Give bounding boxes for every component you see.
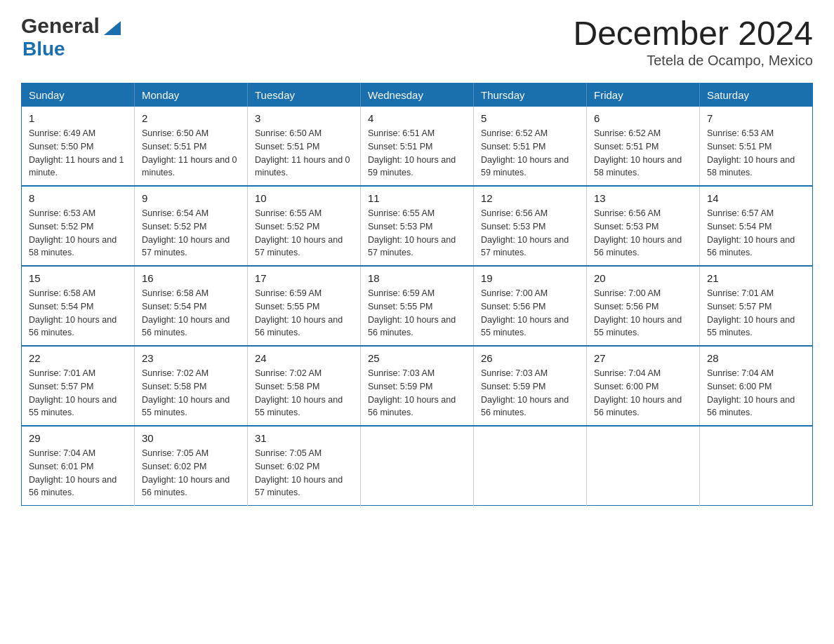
table-row: 2 Sunrise: 6:50 AM Sunset: 5:51 PM Dayli… [135,107,248,186]
calendar-week-row: 8 Sunrise: 6:53 AM Sunset: 5:52 PM Dayli… [22,186,813,266]
table-row: 6 Sunrise: 6:52 AM Sunset: 5:51 PM Dayli… [587,107,700,186]
col-monday: Monday [135,83,248,107]
day-info: Sunrise: 6:52 AM Sunset: 5:51 PM Dayligh… [594,127,692,180]
day-number: 25 [368,352,466,364]
day-number: 15 [29,272,127,284]
col-thursday: Thursday [474,83,587,107]
day-number: 31 [255,432,353,444]
table-row [700,426,813,506]
day-info: Sunrise: 6:54 AM Sunset: 5:52 PM Dayligh… [142,207,240,260]
day-number: 17 [255,272,353,284]
table-row: 27 Sunrise: 7:04 AM Sunset: 6:00 PM Dayl… [587,346,700,426]
day-number: 27 [594,352,692,364]
calendar-week-row: 1 Sunrise: 6:49 AM Sunset: 5:50 PM Dayli… [22,107,813,186]
day-number: 16 [142,272,240,284]
day-number: 18 [368,272,466,284]
table-row: 3 Sunrise: 6:50 AM Sunset: 5:51 PM Dayli… [248,107,361,186]
title-block: December 2024 Tetela de Ocampo, Mexico [573,14,813,69]
table-row: 25 Sunrise: 7:03 AM Sunset: 5:59 PM Dayl… [361,346,474,426]
col-tuesday: Tuesday [248,83,361,107]
table-row [361,426,474,506]
table-row: 18 Sunrise: 6:59 AM Sunset: 5:55 PM Dayl… [361,266,474,346]
calendar-location: Tetela de Ocampo, Mexico [573,53,813,69]
table-row: 5 Sunrise: 6:52 AM Sunset: 5:51 PM Dayli… [474,107,587,186]
day-number: 10 [255,192,353,204]
day-info: Sunrise: 6:49 AM Sunset: 5:50 PM Dayligh… [29,127,127,180]
day-info: Sunrise: 6:58 AM Sunset: 5:54 PM Dayligh… [142,287,240,340]
day-info: Sunrise: 7:02 AM Sunset: 5:58 PM Dayligh… [255,367,353,420]
day-number: 21 [707,272,805,284]
calendar-week-row: 22 Sunrise: 7:01 AM Sunset: 5:57 PM Dayl… [22,346,813,426]
logo-general-text: General [21,14,100,38]
day-info: Sunrise: 7:05 AM Sunset: 6:02 PM Dayligh… [255,447,353,499]
table-row: 12 Sunrise: 6:56 AM Sunset: 5:53 PM Dayl… [474,186,587,266]
day-info: Sunrise: 7:02 AM Sunset: 5:58 PM Dayligh… [142,367,240,420]
day-info: Sunrise: 7:04 AM Sunset: 6:00 PM Dayligh… [594,367,692,420]
table-row: 16 Sunrise: 6:58 AM Sunset: 5:54 PM Dayl… [135,266,248,346]
table-row: 29 Sunrise: 7:04 AM Sunset: 6:01 PM Dayl… [22,426,135,506]
col-friday: Friday [587,83,700,107]
day-number: 2 [142,112,240,124]
table-row: 28 Sunrise: 7:04 AM Sunset: 6:00 PM Dayl… [700,346,813,426]
day-info: Sunrise: 6:59 AM Sunset: 5:55 PM Dayligh… [368,287,466,340]
col-sunday: Sunday [22,83,135,107]
day-number: 6 [594,112,692,124]
day-number: 22 [29,352,127,364]
day-info: Sunrise: 6:53 AM Sunset: 5:51 PM Dayligh… [707,127,805,180]
day-info: Sunrise: 6:57 AM Sunset: 5:54 PM Dayligh… [707,207,805,260]
table-row: 30 Sunrise: 7:05 AM Sunset: 6:02 PM Dayl… [135,426,248,506]
table-row: 14 Sunrise: 6:57 AM Sunset: 5:54 PM Dayl… [700,186,813,266]
day-number: 19 [481,272,579,284]
table-row: 23 Sunrise: 7:02 AM Sunset: 5:58 PM Dayl… [135,346,248,426]
day-number: 5 [481,112,579,124]
table-row: 20 Sunrise: 7:00 AM Sunset: 5:56 PM Dayl… [587,266,700,346]
day-info: Sunrise: 7:00 AM Sunset: 5:56 PM Dayligh… [481,287,579,340]
calendar-title: December 2024 [573,14,813,53]
day-info: Sunrise: 7:01 AM Sunset: 5:57 PM Dayligh… [29,367,127,420]
day-info: Sunrise: 7:04 AM Sunset: 6:01 PM Dayligh… [29,447,127,499]
table-row: 15 Sunrise: 6:58 AM Sunset: 5:54 PM Dayl… [22,266,135,346]
calendar-header-row: Sunday Monday Tuesday Wednesday Thursday… [22,83,813,107]
day-info: Sunrise: 7:05 AM Sunset: 6:02 PM Dayligh… [142,447,240,499]
svg-marker-0 [104,21,121,35]
day-number: 24 [255,352,353,364]
day-number: 7 [707,112,805,124]
day-number: 14 [707,192,805,204]
day-number: 9 [142,192,240,204]
day-number: 13 [594,192,692,204]
day-info: Sunrise: 6:51 AM Sunset: 5:51 PM Dayligh… [368,127,466,180]
day-number: 11 [368,192,466,204]
day-info: Sunrise: 6:56 AM Sunset: 5:53 PM Dayligh… [481,207,579,260]
logo-blue-text: Blue [22,38,65,60]
logo-triangle-icon [101,15,124,38]
table-row: 17 Sunrise: 6:59 AM Sunset: 5:55 PM Dayl… [248,266,361,346]
table-row: 13 Sunrise: 6:56 AM Sunset: 5:53 PM Dayl… [587,186,700,266]
calendar-body: 1 Sunrise: 6:49 AM Sunset: 5:50 PM Dayli… [22,107,813,506]
table-row: 19 Sunrise: 7:00 AM Sunset: 5:56 PM Dayl… [474,266,587,346]
day-info: Sunrise: 6:58 AM Sunset: 5:54 PM Dayligh… [29,287,127,340]
table-row: 21 Sunrise: 7:01 AM Sunset: 5:57 PM Dayl… [700,266,813,346]
day-number: 30 [142,432,240,444]
day-info: Sunrise: 6:53 AM Sunset: 5:52 PM Dayligh… [29,207,127,260]
day-info: Sunrise: 7:00 AM Sunset: 5:56 PM Dayligh… [594,287,692,340]
day-number: 26 [481,352,579,364]
day-number: 29 [29,432,127,444]
table-row: 22 Sunrise: 7:01 AM Sunset: 5:57 PM Dayl… [22,346,135,426]
day-number: 1 [29,112,127,124]
day-info: Sunrise: 7:03 AM Sunset: 5:59 PM Dayligh… [368,367,466,420]
day-info: Sunrise: 7:03 AM Sunset: 5:59 PM Dayligh… [481,367,579,420]
day-number: 8 [29,192,127,204]
day-number: 23 [142,352,240,364]
calendar-table: Sunday Monday Tuesday Wednesday Thursday… [21,83,813,506]
table-row: 31 Sunrise: 7:05 AM Sunset: 6:02 PM Dayl… [248,426,361,506]
table-row: 9 Sunrise: 6:54 AM Sunset: 5:52 PM Dayli… [135,186,248,266]
day-info: Sunrise: 6:55 AM Sunset: 5:53 PM Dayligh… [368,207,466,260]
day-number: 20 [594,272,692,284]
day-info: Sunrise: 6:55 AM Sunset: 5:52 PM Dayligh… [255,207,353,260]
day-info: Sunrise: 6:52 AM Sunset: 5:51 PM Dayligh… [481,127,579,180]
col-wednesday: Wednesday [361,83,474,107]
table-row [587,426,700,506]
table-row [474,426,587,506]
table-row: 11 Sunrise: 6:55 AM Sunset: 5:53 PM Dayl… [361,186,474,266]
table-row: 26 Sunrise: 7:03 AM Sunset: 5:59 PM Dayl… [474,346,587,426]
